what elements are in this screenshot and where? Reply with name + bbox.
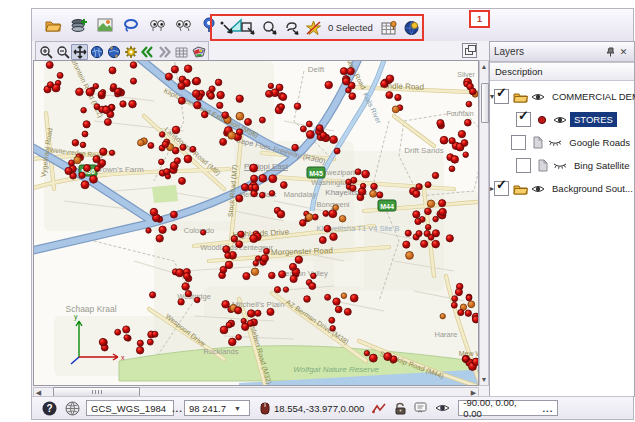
store-point[interactable] <box>194 297 200 303</box>
store-point[interactable] <box>236 95 243 102</box>
store-point[interactable] <box>264 248 270 254</box>
store-point[interactable] <box>252 184 259 191</box>
store-point[interactable] <box>185 291 191 297</box>
layer-label[interactable]: Background Sout... <box>548 181 635 196</box>
store-point[interactable] <box>325 294 331 300</box>
store-point[interactable] <box>405 230 411 236</box>
store-point[interactable] <box>279 271 286 278</box>
store-point[interactable] <box>333 205 339 211</box>
store-point[interactable] <box>306 214 313 221</box>
store-point[interactable] <box>79 172 85 178</box>
store-point[interactable] <box>152 331 158 337</box>
store-point[interactable] <box>138 139 145 146</box>
store-point[interactable] <box>416 184 422 190</box>
full-extent-icon[interactable] <box>88 44 105 60</box>
lasso-icon[interactable] <box>119 13 143 37</box>
vertical-scroll-thumb[interactable] <box>481 83 489 123</box>
store-point[interactable] <box>463 152 469 158</box>
store-point[interactable] <box>268 83 273 88</box>
store-point[interactable] <box>340 68 347 75</box>
store-point[interactable] <box>235 307 242 314</box>
store-point[interactable] <box>104 119 111 126</box>
store-point[interactable] <box>309 283 316 290</box>
eye-open-icon[interactable] <box>552 113 568 127</box>
store-point[interactable] <box>220 266 227 273</box>
store-point[interactable] <box>247 320 253 326</box>
store-point[interactable] <box>360 183 366 189</box>
store-point[interactable] <box>236 112 244 120</box>
store-point[interactable] <box>280 93 287 100</box>
store-point[interactable] <box>334 148 340 154</box>
store-point[interactable] <box>349 93 356 100</box>
layer-row-background[interactable]: ▸ Background Sout... <box>490 177 634 200</box>
store-point[interactable] <box>165 73 172 80</box>
store-point[interactable] <box>236 195 243 202</box>
store-point[interactable] <box>225 252 231 258</box>
eye-closed-icon[interactable] <box>547 136 563 150</box>
store-point[interactable] <box>339 215 346 222</box>
store-point[interactable] <box>156 235 163 242</box>
store-point[interactable] <box>320 132 327 139</box>
layer-row-stores[interactable]: STORES <box>490 108 634 131</box>
store-point[interactable] <box>178 82 185 89</box>
store-point[interactable] <box>392 106 399 113</box>
store-point[interactable] <box>259 117 265 123</box>
store-point[interactable] <box>333 298 340 305</box>
store-point[interactable] <box>304 296 311 303</box>
store-point[interactable] <box>458 130 465 137</box>
store-point[interactable] <box>292 144 299 151</box>
store-point[interactable] <box>403 241 410 248</box>
store-point[interactable] <box>183 273 190 280</box>
store-point[interactable] <box>81 181 89 189</box>
store-point[interactable] <box>472 358 479 366</box>
store-point[interactable] <box>179 177 186 184</box>
store-point[interactable] <box>343 78 350 85</box>
eye-open-icon[interactable] <box>530 182 546 196</box>
store-point[interactable] <box>217 91 225 99</box>
store-point[interactable] <box>93 83 99 89</box>
store-point[interactable] <box>251 268 258 275</box>
store-point[interactable] <box>201 111 208 118</box>
store-point[interactable] <box>266 90 273 97</box>
store-point[interactable] <box>82 131 88 137</box>
store-point[interactable] <box>123 326 130 333</box>
store-point[interactable] <box>99 160 106 167</box>
store-point[interactable] <box>269 175 277 183</box>
store-point[interactable] <box>201 230 206 235</box>
store-point[interactable] <box>83 121 90 128</box>
store-point[interactable] <box>255 310 261 316</box>
store-point[interactable] <box>384 353 392 361</box>
layer-checkbox-checked[interactable] <box>494 89 509 104</box>
store-point[interactable] <box>371 183 378 190</box>
store-point[interactable] <box>439 208 446 215</box>
store-point[interactable] <box>362 170 370 178</box>
zoom-out-icon[interactable] <box>54 44 71 60</box>
layer-row-commercial-dem[interactable]: ▾ COMMERCIAL DEM... <box>490 85 634 108</box>
find-features-alt-icon[interactable] <box>171 13 195 37</box>
store-point[interactable] <box>406 252 414 260</box>
store-point[interactable] <box>130 62 137 69</box>
store-point[interactable] <box>416 231 422 237</box>
store-point[interactable] <box>346 88 352 94</box>
layer-row-bing-satellite[interactable]: Bing Satellite <box>490 154 634 177</box>
store-point[interactable] <box>47 82 53 88</box>
store-point[interactable] <box>341 293 347 299</box>
store-point[interactable] <box>164 169 170 175</box>
store-point[interactable] <box>217 102 223 108</box>
rotation-more-button[interactable]: ... <box>542 403 553 414</box>
store-point[interactable] <box>72 140 79 147</box>
add-image-icon[interactable] <box>93 13 117 37</box>
store-point[interactable] <box>241 318 246 323</box>
store-point[interactable] <box>178 97 185 104</box>
store-point[interactable] <box>316 125 323 132</box>
store-point[interactable] <box>46 62 53 69</box>
store-point[interactable] <box>172 126 180 134</box>
dropdown-arrow-icon[interactable]: ▼ <box>234 405 241 412</box>
store-point[interactable] <box>245 118 252 125</box>
store-point[interactable] <box>290 275 297 282</box>
map-viewport[interactable]: DelftHindle RoadSilverFountainDrift Sand… <box>33 60 479 386</box>
store-point[interactable] <box>76 88 84 96</box>
attribute-table-icon[interactable] <box>380 16 400 40</box>
select-lasso-icon[interactable] <box>282 16 302 40</box>
store-point[interactable] <box>432 230 439 237</box>
